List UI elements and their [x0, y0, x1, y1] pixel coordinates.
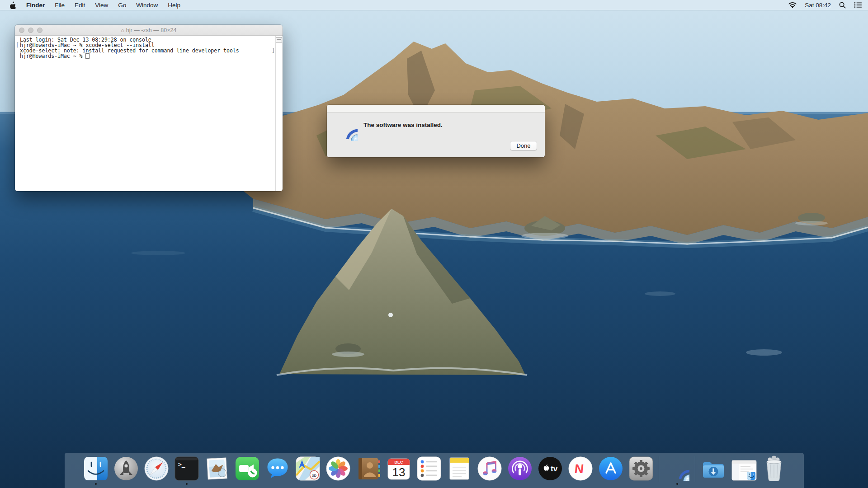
- dock-item-facetime[interactable]: [235, 456, 259, 481]
- dock-item-trash[interactable]: [763, 455, 785, 482]
- dock-separator: [695, 456, 695, 482]
- safari-icon: [144, 456, 169, 481]
- contacts-icon: [356, 456, 381, 481]
- menu-item-go[interactable]: Go: [113, 2, 131, 9]
- terminal-scrollbar[interactable]: [275, 36, 283, 191]
- app-store-icon: [599, 456, 623, 481]
- dock-item-reminders[interactable]: [417, 456, 441, 481]
- dock-item-safari[interactable]: [144, 456, 169, 481]
- software-update-icon: [331, 115, 358, 141]
- dock-item-downloads[interactable]: [701, 456, 726, 481]
- dock-item-software-update[interactable]: [665, 456, 689, 481]
- software-update-icon: [665, 456, 689, 481]
- podcasts-icon: [508, 456, 532, 481]
- wifi-icon[interactable]: [788, 2, 797, 8]
- svg-text:13: 13: [392, 465, 405, 479]
- dock-item-maps[interactable]: 3D: [296, 456, 320, 481]
- trash-full-icon: [763, 455, 785, 482]
- dock-item-terminal[interactable]: >_: [175, 456, 199, 481]
- dock-item-music[interactable]: [477, 456, 502, 481]
- svg-text:tv: tv: [551, 465, 558, 473]
- calendar-icon: DEC 13: [387, 456, 411, 481]
- menu-app-name[interactable]: Finder: [21, 2, 50, 9]
- menu-item-window[interactable]: Window: [131, 2, 163, 9]
- mail-icon: [205, 456, 229, 481]
- minimize-button[interactable]: [28, 28, 33, 33]
- notes-icon: [447, 456, 472, 481]
- music-icon: [477, 456, 502, 481]
- dock-item-notes[interactable]: [447, 456, 472, 481]
- spotlight-search-icon[interactable]: [839, 2, 846, 9]
- terminal-prompt-line: hjr@Howards-iMac ~ %: [15, 53, 283, 59]
- notification-center-icon[interactable]: [854, 2, 862, 8]
- running-indicator: [676, 483, 678, 485]
- dock-item-launchpad[interactable]: [114, 456, 138, 481]
- tv-icon: tv: [538, 456, 562, 481]
- messages-icon: [265, 456, 290, 481]
- terminal-titlebar[interactable]: ⌂hjr — -zsh — 80×24: [15, 25, 283, 36]
- dock-item-photos[interactable]: [326, 456, 350, 481]
- facetime-icon: [235, 456, 259, 481]
- terminal-window: ⌂hjr — -zsh — 80×24 Last login: Sat Dec …: [15, 25, 283, 191]
- terminal-window-title: ⌂hjr — -zsh — 80×24: [15, 27, 283, 33]
- minimized-finder-window-icon: [731, 460, 757, 481]
- menu-item-edit[interactable]: Edit: [70, 2, 90, 9]
- dock: >_: [65, 453, 804, 488]
- dock-item-news[interactable]: N: [568, 456, 593, 481]
- svg-text:N: N: [574, 462, 584, 476]
- terminal-icon: >_: [175, 456, 199, 481]
- terminal-cursor: [85, 53, 90, 59]
- apple-logo-icon: [9, 1, 16, 9]
- apple-menu[interactable]: [0, 1, 21, 9]
- terminal-content[interactable]: Last login: Sat Dec 13 08:29:28 on conso…: [15, 36, 283, 191]
- menu-clock[interactable]: Sat 08:42: [805, 2, 831, 9]
- menu-bar: Finder File Edit View Go Window Help Sat…: [0, 0, 868, 10]
- dialog-message: The software was installed.: [363, 122, 443, 128]
- system-preferences-icon: [629, 456, 653, 481]
- menu-item-view[interactable]: View: [90, 2, 113, 9]
- svg-text:DEC: DEC: [394, 460, 403, 465]
- dock-item-app-store[interactable]: [599, 456, 623, 481]
- svg-text:3D: 3D: [311, 474, 316, 478]
- software-update-dialog: The software was installed. Done: [327, 105, 545, 157]
- news-icon: N: [568, 456, 593, 481]
- dock-item-mail[interactable]: [205, 456, 229, 481]
- photos-icon: [326, 456, 350, 481]
- downloads-folder-icon: [701, 456, 726, 481]
- dock-separator: [659, 456, 659, 482]
- dialog-titlebar[interactable]: [327, 105, 545, 113]
- terminal-mark-right: ]: [272, 48, 275, 53]
- launchpad-icon: [114, 456, 138, 481]
- menu-item-file[interactable]: File: [50, 2, 70, 9]
- dock-item-finder[interactable]: [84, 456, 108, 481]
- dock-item-contacts[interactable]: [356, 456, 381, 481]
- running-indicator: [95, 483, 97, 485]
- dock-item-messages[interactable]: [265, 456, 290, 481]
- finder-icon: [84, 456, 108, 481]
- close-button[interactable]: [19, 28, 24, 33]
- desktop: Finder File Edit View Go Window Help Sat…: [0, 0, 868, 488]
- done-button[interactable]: Done: [510, 141, 537, 150]
- dock-item-tv[interactable]: tv: [538, 456, 562, 481]
- reminders-icon: [417, 456, 441, 481]
- dock-item-podcasts[interactable]: [508, 456, 532, 481]
- zoom-button[interactable]: [37, 28, 42, 33]
- dock-item-minimized-window[interactable]: [731, 460, 757, 481]
- menu-item-help[interactable]: Help: [163, 2, 185, 9]
- home-folder-icon: ⌂: [121, 27, 124, 33]
- split-pane-button[interactable]: [276, 37, 282, 42]
- svg-text:>_: >_: [178, 461, 185, 468]
- running-indicator: [186, 483, 188, 485]
- dock-item-system-preferences[interactable]: [629, 456, 653, 481]
- maps-icon: 3D: [296, 456, 320, 481]
- dock-item-calendar[interactable]: DEC 13: [387, 456, 411, 481]
